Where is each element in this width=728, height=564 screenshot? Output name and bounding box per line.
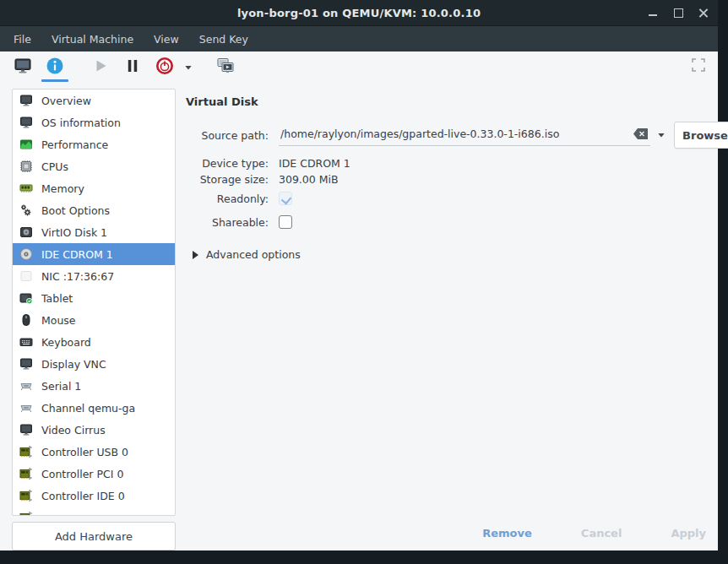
show-details-button[interactable]: [39, 53, 71, 82]
close-button[interactable]: [698, 7, 709, 19]
titlebar: lyon-borg-01 on QEMU/KVM: 10.0.0.10: [0, 0, 718, 26]
pause-icon: [123, 57, 142, 79]
advanced-options-expander[interactable]: Advanced options: [186, 248, 728, 261]
menu-virtual-machine[interactable]: Virtual Machine: [41, 28, 144, 51]
device-type-value: IDE CDROM 1: [279, 157, 350, 170]
controller-card-icon: [19, 467, 33, 480]
shareable-label: Shareable:: [186, 216, 269, 229]
virtual-disk-panel: Virtual Disk Source path: /home/raylyon/…: [176, 83, 728, 551]
cancel-button[interactable]: Cancel: [576, 523, 627, 543]
cpu-icon: [19, 160, 33, 173]
console-monitor-icon: [14, 57, 32, 79]
sidebar-item-mouse[interactable]: Mouse: [13, 309, 175, 331]
snapshots-icon: [216, 57, 235, 79]
sidebar-item-serial-1[interactable]: Serial 1: [13, 375, 175, 397]
vm-details-window: lyon-borg-01 on QEMU/KVM: 10.0.0.10 File…: [0, 0, 718, 550]
panel-title: Virtual Disk: [186, 95, 728, 108]
sidebar-item-keyboard[interactable]: Keyboard: [13, 331, 175, 353]
sidebar-item-memory[interactable]: Memory: [13, 177, 175, 199]
tablet-icon: [19, 291, 33, 305]
menu-file[interactable]: File: [3, 28, 41, 51]
serial-port-icon: [19, 401, 33, 415]
controller-card-icon: [19, 511, 33, 516]
apply-button[interactable]: Apply: [666, 523, 711, 543]
sidebar-item-cpus[interactable]: CPUs: [13, 155, 175, 177]
sidebar-item-virtio-disk-1[interactable]: VirtIO Disk 1: [13, 221, 175, 243]
device-type-label: Device type:: [186, 157, 269, 170]
minimize-icon: [649, 14, 657, 16]
sidebar-item-performance[interactable]: Performance: [13, 133, 175, 155]
performance-chart-icon: [19, 138, 33, 151]
clear-backspace-icon[interactable]: [633, 127, 649, 140]
serial-port-icon: [19, 379, 33, 393]
monitor-icon: [19, 116, 33, 129]
sidebar-item-overview[interactable]: Overview: [13, 89, 175, 111]
chevron-down-icon[interactable]: [657, 131, 666, 139]
fullscreen-icon: [692, 58, 705, 75]
sidebar-item-boot-options[interactable]: Boot Options: [13, 199, 175, 221]
hardware-sidebar: Overview OS information Performance CPUs…: [12, 83, 176, 551]
vm-details-info-icon: [46, 57, 64, 79]
show-console-button[interactable]: [7, 53, 39, 82]
sidebar-item-display-vnc[interactable]: Display VNC: [13, 353, 175, 375]
run-play-icon: [91, 57, 110, 79]
sidebar-item-controller-usb-0[interactable]: Controller USB 0: [13, 441, 175, 463]
hardware-list: Overview OS information Performance CPUs…: [12, 89, 176, 516]
network-card-icon: [19, 269, 33, 283]
add-hardware-button[interactable]: Add Hardware: [12, 522, 176, 550]
menubar: File Virtual Machine View Send Key: [0, 26, 718, 52]
advanced-options-label: Advanced options: [206, 248, 301, 261]
action-bar: Remove Cancel Apply: [477, 523, 711, 543]
maximize-icon: [674, 8, 683, 18]
close-icon: [698, 8, 709, 18]
memory-icon: [19, 182, 33, 195]
monitor-icon: [19, 94, 33, 107]
controller-card-icon: [19, 489, 33, 502]
shareable-checkbox[interactable]: [279, 215, 292, 229]
keyboard-icon: [19, 335, 33, 349]
fullscreen-button[interactable]: [689, 57, 708, 76]
sidebar-item-partial[interactable]: [13, 507, 175, 516]
pause-button[interactable]: [117, 53, 149, 82]
source-path-label: Source path:: [186, 129, 269, 142]
minimize-button[interactable]: [647, 7, 659, 19]
monitor-icon: [19, 423, 33, 437]
sidebar-item-controller-pci-0[interactable]: Controller PCI 0: [13, 463, 175, 485]
gears-icon: [19, 203, 33, 217]
storage-size-value: 309.00 MiB: [279, 173, 339, 186]
monitor-icon: [19, 357, 33, 371]
run-button[interactable]: [84, 53, 117, 82]
sidebar-item-tablet[interactable]: Tablet: [13, 287, 175, 309]
sidebar-item-channel-qemu-ga[interactable]: Channel qemu-ga: [13, 397, 175, 419]
cdrom-disc-icon: [19, 247, 33, 261]
source-path-input[interactable]: /home/raylyon/images/gparted-live-0.33.0…: [279, 124, 650, 146]
sidebar-item-video-cirrus[interactable]: Video Cirrus: [13, 419, 175, 441]
menu-view[interactable]: View: [144, 28, 189, 51]
readonly-checkbox: [279, 192, 292, 205]
shutdown-power-icon: [155, 57, 174, 79]
menu-send-key[interactable]: Send Key: [189, 28, 258, 51]
sidebar-item-os-information[interactable]: OS information: [13, 111, 175, 133]
maximize-button[interactable]: [672, 7, 684, 19]
remove-button[interactable]: Remove: [477, 523, 537, 543]
expander-arrow-icon: [193, 251, 198, 259]
source-path-value: /home/raylyon/images/gparted-live-0.33.0…: [280, 127, 629, 140]
readonly-label: Readonly:: [186, 193, 269, 205]
toolbar: [0, 52, 718, 83]
sidebar-item-controller-ide-0[interactable]: Controller IDE 0: [13, 485, 175, 507]
shutdown-button[interactable]: [149, 53, 181, 82]
mouse-icon: [19, 313, 33, 327]
disk-icon: [19, 225, 33, 239]
controller-card-icon: [19, 445, 33, 458]
sidebar-item-nic[interactable]: NIC :17:36:67: [13, 265, 175, 287]
window-title: lyon-borg-01 on QEMU/KVM: 10.0.0.10: [0, 7, 718, 19]
browse-button[interactable]: Browse: [674, 122, 728, 149]
snapshots-button[interactable]: [209, 53, 242, 82]
shutdown-menu-button[interactable]: [181, 53, 196, 82]
sidebar-item-ide-cdrom-1[interactable]: IDE CDROM 1: [13, 243, 175, 265]
storage-size-label: Storage size:: [186, 173, 269, 186]
shutdown-menu-caret-icon: [184, 59, 193, 75]
